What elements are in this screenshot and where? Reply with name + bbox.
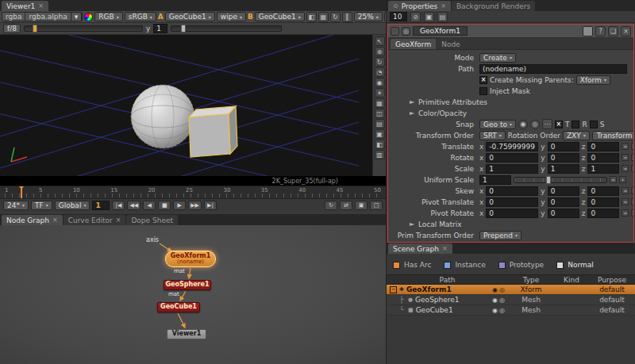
node-viewer1[interactable]: Viewer1	[167, 329, 206, 339]
pivot-rotate-x-field[interactable]	[486, 209, 538, 218]
curve-icon[interactable]: •	[631, 143, 634, 150]
wireframe-icon[interactable]: ▤	[375, 119, 385, 128]
snap-s-checkbox[interactable]	[590, 121, 598, 128]
animation-menu-icon[interactable]: ≈	[610, 176, 617, 183]
viewport-3d[interactable]: ↖ ⊕ ↻ ◔ ◉ ☀ ▦ ◫ ▤ ▣ ◧ ▥	[0, 35, 386, 176]
skew-y-field[interactable]	[548, 186, 579, 196]
goto-start-button[interactable]: |◀	[112, 201, 125, 210]
fps-dropdown[interactable]: 24*▾	[3, 201, 29, 210]
animation-menu-icon[interactable]: ≈	[622, 154, 629, 161]
animation-menu-icon[interactable]: ≈	[622, 187, 629, 194]
visibility-eye-icon[interactable]: ◎	[499, 307, 505, 314]
playhead[interactable]	[21, 186, 22, 198]
tab-curve-editor[interactable]: Curve Editor×	[64, 215, 126, 225]
rotate-tool-icon[interactable]: ↻	[375, 57, 385, 67]
geosphere-object[interactable]	[131, 85, 194, 148]
geocube-object[interactable]	[189, 106, 237, 157]
colorspace-dropdown[interactable]: sRGB▾	[125, 12, 156, 21]
snap-t-checkbox[interactable]: ×	[555, 121, 563, 128]
curve-icon[interactable]: •	[631, 198, 634, 205]
tab-node[interactable]: Node	[437, 39, 465, 49]
translate-y-field[interactable]	[548, 142, 579, 151]
uniform-scale-field[interactable]	[479, 175, 511, 185]
gain-slider-handle[interactable]	[33, 25, 37, 33]
channel-selector[interactable]: rgba rgba.alpha ▾	[2, 12, 83, 21]
input-b-dropdown[interactable]: GeoCube1▾	[255, 12, 305, 21]
play-forward-fast-button[interactable]: ▶▶	[188, 201, 202, 210]
select-tool-icon[interactable]: ↖	[375, 36, 385, 46]
translate-tool-icon[interactable]: ⊕	[375, 47, 385, 56]
prim-transform-order-dropdown[interactable]: Prepend▾	[479, 231, 521, 240]
pivot-translate-x-field[interactable]	[486, 197, 538, 207]
pin-icon[interactable]: ⊙	[393, 2, 398, 10]
panel-stack-limit-field[interactable]	[390, 12, 407, 21]
skew-x-field[interactable]	[486, 186, 538, 196]
frame-range-dropdown[interactable]: Global▾	[55, 201, 90, 210]
close-icon[interactable]: ×	[442, 245, 448, 252]
curve-icon[interactable]: •	[631, 209, 634, 216]
inject-mask-checkbox[interactable]	[479, 87, 487, 95]
transform-data-button[interactable]: Transform Data	[592, 131, 634, 140]
wipe-mode-dropdown[interactable]: wipe▾	[217, 12, 246, 21]
input-a-dropdown[interactable]: GeoCube1▾	[165, 12, 215, 21]
primitive-attributes-group[interactable]: ►Primitive Attributes	[390, 97, 632, 107]
curve-icon[interactable]: •	[631, 154, 634, 161]
curve-icon[interactable]: •	[619, 176, 626, 183]
shading-mode-icon[interactable]: ◫	[375, 109, 385, 118]
scene-graph-row-geocube1[interactable]: └ ■ GeoCube1 ◉◎ Mesh default	[387, 305, 635, 316]
tab-background-renders[interactable]: Background Renders	[452, 1, 535, 11]
tab-dope-sheet[interactable]: Dope Sheet	[126, 215, 178, 225]
tab-properties[interactable]: ⊙ Properties ×	[388, 1, 451, 11]
tab-node-graph[interactable]: Node Graph×	[2, 215, 63, 225]
help-icon[interactable]: ?	[595, 26, 606, 36]
refresh-icon[interactable]: ↻	[330, 12, 341, 22]
snapshot-icon[interactable]: ▣	[375, 129, 385, 139]
timeline-ruler[interactable]: 15101520253035404550	[0, 186, 386, 198]
play-backward-fast-button[interactable]: ◀◀	[127, 201, 140, 210]
skew-z-field[interactable]	[587, 186, 619, 196]
camera-tool-icon[interactable]: ◉	[375, 78, 385, 87]
gain-slider[interactable]	[24, 25, 143, 32]
loop-icon[interactable]: ↻	[325, 201, 337, 210]
scale-tool-icon[interactable]: ◔	[375, 67, 385, 77]
stop-button[interactable]: ■	[158, 201, 171, 210]
column-type[interactable]: Type	[508, 276, 554, 284]
close-icon[interactable]: ×	[38, 2, 44, 10]
snap-options-icon[interactable]: ⋯	[542, 119, 552, 129]
curve-icon[interactable]: •	[631, 165, 634, 172]
goto-end-button[interactable]: ▶|	[204, 201, 217, 210]
scene-graph-row-geoxform1[interactable]: − ✚ GeoXform1 ◉◎ Xform default	[387, 285, 635, 295]
lock-view-icon[interactable]: ◧	[375, 140, 385, 149]
gamma-field[interactable]	[153, 24, 167, 33]
light-icon[interactable]: ☀	[375, 88, 385, 98]
snap-r-checkbox[interactable]	[572, 121, 579, 128]
rotate-z-field[interactable]	[587, 153, 619, 163]
gain-stepper[interactable]: f/8	[3, 24, 21, 33]
tile-color-swatch[interactable]	[583, 26, 593, 36]
translate-x-field[interactable]	[486, 142, 538, 151]
mode-dropdown[interactable]: Create▾	[479, 53, 516, 63]
column-kind[interactable]: Kind	[554, 276, 589, 284]
scale-y-field[interactable]	[548, 164, 579, 174]
fullscreen-icon[interactable]: □	[370, 201, 383, 210]
arc-indicator-icon[interactable]: ◉	[492, 297, 498, 304]
animation-menu-icon[interactable]: ≈	[622, 165, 629, 172]
center-node-icon[interactable]: ◎	[402, 27, 410, 36]
animation-menu-icon[interactable]: ≈	[622, 143, 629, 150]
node-geocube1[interactable]: GeoCube1	[157, 302, 200, 312]
arc-indicator-icon[interactable]: ◉	[492, 286, 498, 293]
close-icon[interactable]: ×	[52, 216, 58, 224]
zoom-level-dropdown[interactable]: 25%▾	[354, 12, 383, 21]
lock-panels-icon[interactable]: ▤	[437, 12, 448, 22]
pivot-translate-y-field[interactable]	[548, 197, 579, 207]
curve-icon[interactable]: •	[631, 187, 634, 194]
pivot-translate-z-field[interactable]	[587, 197, 619, 207]
current-frame-field[interactable]	[92, 201, 110, 210]
scale-z-field[interactable]	[587, 164, 619, 174]
display-grid-icon[interactable]: ▦	[375, 98, 385, 108]
color-opacity-group[interactable]: ►Color/Opacity	[390, 108, 632, 118]
pause-icon[interactable]: ‖	[342, 12, 352, 22]
tf-dropdown[interactable]: TF▾	[31, 201, 52, 210]
create-missing-parents-checkbox[interactable]: ×	[479, 76, 487, 84]
visibility-eye-icon[interactable]: ◎	[499, 297, 505, 304]
